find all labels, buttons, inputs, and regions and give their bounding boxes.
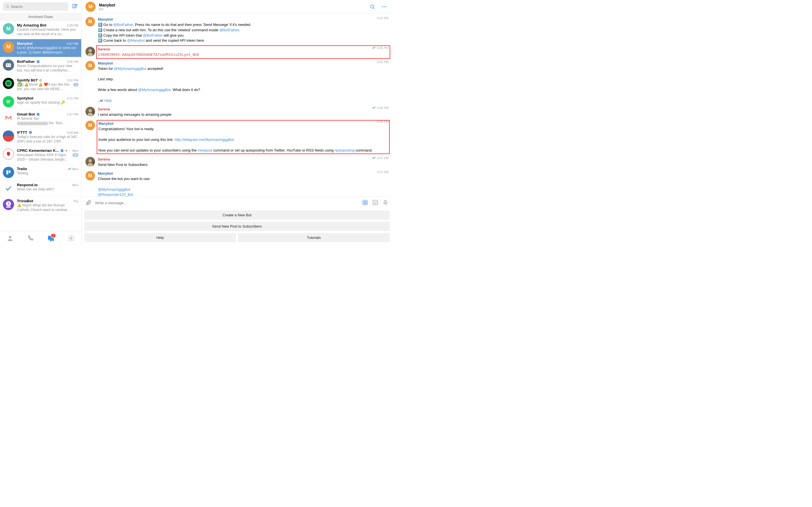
contacts-tab[interactable] [4, 233, 17, 244]
message-avatar [86, 157, 95, 166]
chat-item-title: IFTTT [17, 130, 33, 135]
chat-list-item[interactable]: BotFather 5:05 PMDone! Congratulations o… [0, 57, 81, 75]
message-text: ..or [98, 98, 104, 103]
verified-icon [29, 130, 33, 134]
chat-list-item[interactable]: MMy Amazing Bot 5:09 PMCustom command /w… [0, 21, 81, 39]
chat-avatar [3, 59, 14, 71]
stickers-button[interactable] [371, 200, 379, 207]
chat-time: Mon [72, 167, 79, 171]
chat-more-button[interactable] [380, 3, 389, 11]
search-icon [370, 4, 375, 10]
chat-list-item[interactable]: MManybot 5:07 PMGo to @MyAmazingggBot to… [0, 39, 81, 57]
message-link[interactable]: @MyAmazingggBot [98, 187, 130, 191]
message-sender[interactable]: Serene [98, 107, 110, 111]
chat-item-preview: 👍 Right! What did the Roman Catholic Chu… [17, 203, 79, 212]
message: SereneSend New Post to Subscribers5:07 P… [86, 155, 389, 169]
quick-reply-button[interactable]: Create a New Bot [84, 210, 390, 220]
message: MManybot1️⃣ Go to @BotFather. Press his … [86, 15, 389, 45]
message-input[interactable] [95, 199, 359, 207]
paperclip-icon [86, 200, 92, 206]
chat-list-item[interactable]: ?TriviaBot Thu👍 Right! What did the Roma… [0, 196, 81, 215]
chat-list-item[interactable]: Trello MonTesting [0, 165, 81, 180]
chat-time: Thu [73, 200, 79, 203]
search-icon [6, 4, 9, 8]
chat-list: MMy Amazing Bot 5:09 PMCustom command /w… [0, 21, 81, 231]
chat-title[interactable]: Manybot [99, 3, 365, 7]
chat-avatar [3, 78, 14, 89]
voice-button[interactable] [382, 200, 389, 207]
message-link[interactable]: @Manybot [127, 38, 145, 43]
message-sender[interactable]: Serene [98, 157, 110, 161]
search-field[interactable] [3, 2, 68, 11]
message-link[interactable]: /skip [104, 98, 112, 103]
chat-search-button[interactable] [368, 3, 377, 11]
chat-list-item[interactable]: Gmail Bot 2:57 PM✉ Serene Tan▆▆▆▆▆▆▆▆▆▆ … [0, 110, 81, 128]
preview-sub: Re: Test... [49, 121, 64, 125]
message-link[interactable]: /newpost [198, 148, 212, 152]
chat-item-preview: Today's forecast calls for a high of 34C… [17, 135, 79, 144]
message-sender[interactable]: Manybot [98, 121, 113, 126]
chat-list-item[interactable]: Spotify ʙᴏᴛ ♫ 3:52 PM[✅] 🔔Done!🔔 ❤️If yo… [0, 75, 81, 94]
chat-item-title: Respond.io [17, 183, 38, 187]
chat-item-title: TriviaBot [17, 199, 33, 203]
message-text: . Press his name to do that and then pre… [133, 22, 251, 27]
settings-tab[interactable] [64, 233, 78, 244]
message-text: Write a few words about [98, 88, 138, 92]
message-text: accepted! [146, 66, 163, 71]
message-link[interactable]: @MyAmazingggBot [138, 88, 170, 92]
chat-item-title: Manybot [17, 41, 33, 46]
svg-text:?: ? [7, 202, 10, 206]
message-sender[interactable]: Manybot [98, 171, 113, 175]
quick-reply-button[interactable]: Tutorials [238, 233, 390, 242]
message-avatar [86, 47, 95, 56]
message-link[interactable]: /autoposting [335, 148, 355, 152]
compose-button[interactable] [71, 3, 79, 10]
message-list[interactable]: MManybot1️⃣ Go to @BotFather. Press his … [82, 13, 393, 196]
message-link[interactable]: @Responder123_Bot [98, 192, 133, 196]
message-link[interactable]: @BotFather [219, 28, 239, 32]
message-link[interactable]: @MyAmazingggBot [114, 66, 146, 71]
message-sender[interactable]: Manybot [98, 61, 113, 65]
message: MManybotCongratulations! Your bot is rea… [86, 119, 389, 155]
chat-list-item[interactable]: Respond.io MonWhat can we help with? [0, 180, 81, 196]
message: SereneI send amazing messages to amazing… [86, 105, 389, 119]
svg-rect-10 [6, 170, 8, 174]
code-text: 1380859645:AAGpdX7KDUG6QETA7saXM1G1xZ3Ly… [98, 52, 199, 57]
quick-reply-button[interactable]: Help [84, 233, 236, 242]
message-link[interactable]: http://telegram.me/MyAmazingggBot [174, 137, 234, 142]
sidebar-top [0, 0, 81, 13]
chat-item-preview: login on spotify first clicking 🔑 [17, 100, 65, 105]
preview-sender: ✉ Serene Tan [17, 117, 39, 121]
message-text: 1️⃣ Go to [98, 22, 113, 27]
chat-list-item[interactable]: Spotybot 3:21 PMlogin on spotify first c… [0, 94, 81, 110]
bot-commands-icon [362, 200, 368, 206]
message-link[interactable]: @BotFather [113, 22, 133, 27]
header-avatar[interactable]: M [86, 2, 96, 12]
chat-item-preview: Kenyataan Akhbar KPK 9 Ogos 2020 – Situa… [17, 153, 72, 162]
chat-list-item[interactable]: CPRC Kementerian K... ➤MonKenyataan Akhb… [0, 146, 81, 165]
message-sender[interactable]: Manybot [98, 17, 113, 21]
chats-tab[interactable]: 1 [44, 233, 57, 244]
message-link[interactable]: @BotFather [143, 33, 163, 38]
compose-icon [71, 3, 78, 10]
read-checks-icon [372, 106, 376, 110]
svg-point-22 [386, 6, 387, 7]
quick-reply-button[interactable]: Send New Post to Subscribers [84, 222, 390, 231]
microphone-icon [382, 200, 389, 206]
chat-avatar: M [3, 23, 14, 34]
verified-icon [60, 149, 64, 153]
svg-rect-31 [363, 200, 368, 205]
search-input[interactable] [11, 4, 65, 9]
svg-point-6 [9, 64, 10, 66]
archived-chats[interactable]: Archived Chats [0, 13, 81, 21]
chat-avatar [3, 149, 14, 160]
message-text: 2️⃣ Create a new bot with him. To do thi… [98, 28, 219, 32]
commands-button[interactable] [361, 200, 369, 207]
sticker-icon [372, 200, 378, 206]
message-sender[interactable]: Serene [98, 47, 110, 51]
message-text: and send the copied API token here. [145, 38, 205, 43]
chat-list-item[interactable]: IFTTT 9:00 AMToday's forecast calls for … [0, 128, 81, 147]
attach-button[interactable] [85, 200, 92, 207]
read-checks-icon [372, 156, 376, 160]
calls-tab[interactable] [24, 233, 37, 244]
